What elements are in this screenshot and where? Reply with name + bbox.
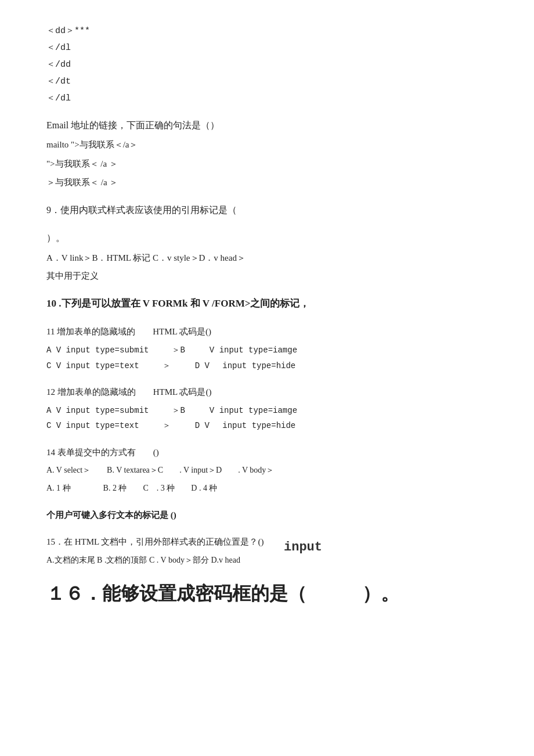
line-dl-close2: ＜/dl bbox=[46, 91, 488, 106]
q14-count: A. 1 种 B. 2 种 C . 3 种 D . 4 种 bbox=[46, 481, 488, 496]
q9-title: 9．使用内联式样式表应该使用的引用标记是（ bbox=[46, 201, 488, 219]
q11-opt-d: ＞ D V input type=hide bbox=[163, 358, 296, 374]
q15-opts: A.文档的末尾 B .文档的顶部 C . V body＞部分 D.v head bbox=[46, 553, 488, 568]
q14-title: 14 表单提交中的方式有 () bbox=[46, 444, 488, 461]
email-opt-c: ＞与我联系＜ /a ＞ bbox=[46, 174, 488, 191]
q15-title: 15．在 HTML 文档中，引用外部样式表的正确位置是？() bbox=[46, 534, 488, 550]
q12-title: 12 增加表单的隐藏域的 HTML 忒码是() bbox=[46, 384, 488, 401]
q9-opts: A．V link＞B．HTML 标记 C．v style＞D．v head＞ bbox=[46, 250, 488, 267]
q9-suffix: ）。 bbox=[46, 229, 488, 247]
q11-title: 11 增加表单的隐藏域的 HTML 忒码是() bbox=[46, 323, 488, 340]
email-question: Email 地址的链接，下面正确的句法是（） bbox=[46, 117, 488, 134]
email-opt-a: mailto ">与我联系＜/a＞ bbox=[46, 136, 488, 153]
q12-opt-c: C V input type=text bbox=[46, 418, 139, 434]
q9-note: 其中用于定义 bbox=[46, 268, 488, 284]
q14-note: 个用户可键入多行文本的标记是 () bbox=[46, 507, 488, 524]
q11-opt-b: ＞B V input type=iamge bbox=[172, 343, 297, 358]
q10-title: 10 .下列是可以放置在 V FORMk 和 V /FORM>之间的标记， bbox=[46, 294, 488, 313]
line-dd-close: ＜/dd bbox=[46, 57, 488, 73]
q12-opt-d: ＞ D V input type=hide bbox=[163, 418, 296, 434]
q11-opt-a: A V input type=submit bbox=[46, 343, 149, 358]
line-dd: ＜dd＞*** bbox=[46, 23, 488, 39]
q14-opts: A. V select＞ B. V textarea＞C . V input＞D… bbox=[46, 463, 488, 478]
line-dl-close: ＜/dl bbox=[46, 40, 488, 56]
q12-opt-a: A V input type=submit bbox=[46, 403, 149, 419]
line-dt-close: ＜/dt bbox=[46, 74, 488, 89]
q12-opt-b: ＞B V input type=iamge bbox=[172, 403, 297, 419]
email-opt-b: ">与我联系＜ /a ＞ bbox=[46, 156, 488, 172]
q11-opt-c: C V input type=text bbox=[46, 358, 139, 374]
q16-title: １６．能够设置成密码框的是（ ）。 bbox=[46, 579, 488, 607]
input-label: input bbox=[284, 536, 322, 559]
